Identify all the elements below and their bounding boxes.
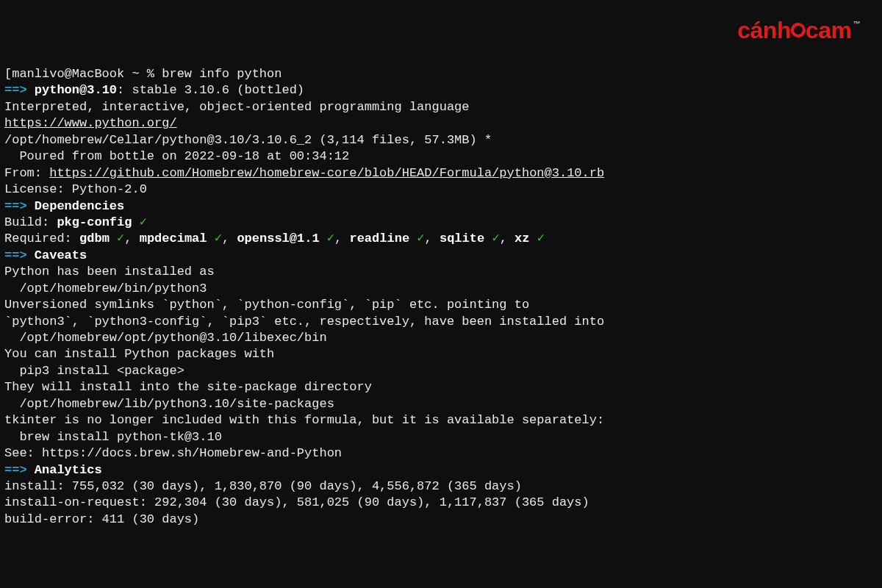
caveat-line: brew install python-tk@3.10 bbox=[4, 429, 882, 445]
analytics-row: build-error: 411 (30 days) bbox=[4, 512, 882, 528]
caveat-line: tkinter is no longer included with this … bbox=[4, 412, 882, 429]
caveat-line: `python3`, `python3-config`, `pip3` etc.… bbox=[4, 314, 882, 330]
caveat-line: Python has been installed as bbox=[4, 264, 882, 280]
from-line: From: https://github.com/Homebrew/homebr… bbox=[4, 165, 882, 182]
brand-logo: cánh cam ™ bbox=[737, 15, 860, 46]
cellar-path: /opt/homebrew/Cellar/python@3.10/3.10.6_… bbox=[4, 132, 882, 148]
homepage-link[interactable]: https://www.python.org/ bbox=[4, 115, 882, 132]
caveat-line: pip3 install <package> bbox=[4, 363, 882, 379]
analytics-row: install: 755,032 (30 days), 1,830,870 (9… bbox=[4, 478, 882, 495]
caveat-line: /opt/homebrew/opt/python@3.10/libexec/bi… bbox=[4, 330, 882, 346]
caveat-line: They will install into the site-package … bbox=[4, 379, 882, 395]
description: Interpreted, interactive, object-oriente… bbox=[4, 99, 882, 115]
caveats-header: ==> Caveats bbox=[4, 248, 882, 264]
license: License: Python-2.0 bbox=[4, 182, 882, 198]
deps-header: ==> Dependencies bbox=[4, 198, 882, 215]
caveat-line: You can install Python packages with bbox=[4, 346, 882, 362]
check-icon: ✓ bbox=[215, 232, 222, 245]
caveat-line: See: https://docs.brew.sh/Homebrew-and-P… bbox=[4, 445, 882, 462]
poured-info: Poured from bottle on 2022-09-18 at 00:3… bbox=[4, 148, 882, 165]
caveat-line: /opt/homebrew/lib/python3.10/site-packag… bbox=[4, 396, 882, 412]
check-icon: ✓ bbox=[327, 232, 334, 245]
required-deps: Required: gdbm ✓, mpdecimal ✓, openssl@1… bbox=[4, 231, 882, 247]
check-icon: ✓ bbox=[117, 232, 124, 245]
build-deps: Build: pkg-config ✓ bbox=[4, 215, 882, 231]
check-icon: ✓ bbox=[417, 232, 424, 245]
caveat-line: /opt/homebrew/bin/python3 bbox=[4, 281, 882, 297]
analytics-row: install-on-request: 292,304 (30 days), 5… bbox=[4, 495, 882, 511]
terminal-output: [manlivo@MacBook ~ % brew info python ==… bbox=[4, 66, 882, 528]
logo-swirl-icon bbox=[790, 22, 806, 38]
analytics-header: ==> Analytics bbox=[4, 462, 882, 478]
check-icon: ✓ bbox=[492, 232, 499, 245]
trademark-icon: ™ bbox=[853, 19, 861, 29]
shell-prompt[interactable]: [manlivo@MacBook ~ % brew info python bbox=[4, 66, 882, 82]
logo-text-1: cánh bbox=[737, 15, 791, 46]
formula-link[interactable]: https://github.com/Homebrew/homebrew-cor… bbox=[49, 166, 604, 180]
caveat-line: Unversioned symlinks `python`, `python-c… bbox=[4, 297, 882, 313]
check-icon: ✓ bbox=[537, 232, 545, 245]
check-icon: ✓ bbox=[140, 215, 147, 229]
package-header: ==> python@3.10: stable 3.10.6 (bottled) bbox=[4, 82, 882, 98]
logo-text-2: cam bbox=[806, 15, 852, 46]
